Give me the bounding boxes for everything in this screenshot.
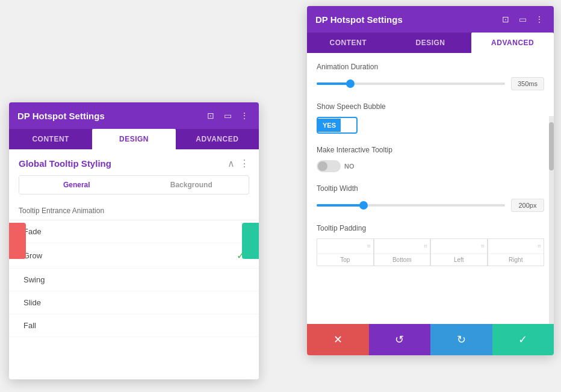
resize-icon-right[interactable]: ⊡	[500, 13, 512, 25]
item-label-swing: Swing	[23, 275, 45, 284]
padding-left-label: Left	[431, 254, 487, 266]
toggle-yes[interactable]: YES	[318, 119, 341, 132]
animation-duration-slider-row: 350ms	[317, 77, 544, 90]
item-label-grow: Grow	[23, 251, 42, 260]
section-title: Global Tooltip Styling	[19, 158, 111, 169]
padding-top-link-icon: ⌗	[367, 243, 371, 250]
undo-icon: ↺	[395, 333, 404, 346]
menu-icon-right[interactable]: ⋮	[533, 13, 545, 25]
list-item[interactable]: Fade	[9, 220, 259, 243]
dropdown-label: Tooltip Entrance Animation	[9, 203, 259, 220]
left-panel: DP Hotspot Settings ⊡ ▭ ⋮ Content Design…	[9, 102, 259, 379]
section-menu-icon[interactable]: ⋮	[240, 158, 249, 169]
speech-bubble-label: Show Speech Bubble	[317, 102, 544, 111]
animation-duration-label: Animation Duration	[317, 63, 544, 71]
save-icon: ✓	[518, 333, 527, 346]
animation-duration-value[interactable]: 350ms	[511, 77, 544, 90]
animation-duration-thumb[interactable]	[346, 79, 355, 88]
speech-bubble-toggle: YES	[317, 117, 544, 134]
tab-content-right[interactable]: Content	[307, 33, 389, 53]
padding-right-label: Right	[488, 254, 544, 266]
expand-icon-right[interactable]: ▭	[516, 13, 528, 25]
panel-content: Animation Duration 350ms Show Speech Bub…	[307, 53, 554, 290]
left-panel-header: DP Hotspot Settings ⊡ ▭ ⋮	[9, 102, 259, 129]
padding-bottom-input-row: ⌗	[374, 239, 430, 254]
tooltip-width-label: Tooltip Width	[317, 184, 544, 193]
padding-left-cell: ⌗ Left	[430, 238, 488, 266]
expand-icon[interactable]: ▭	[222, 110, 234, 122]
item-label-fade: Fade	[23, 227, 42, 236]
right-panel-header: DP Hotspot Settings ⊡ ▭ ⋮	[307, 6, 554, 33]
tooltip-width-value[interactable]: 200px	[511, 199, 544, 212]
left-panel-header-icons: ⊡ ▭ ⋮	[205, 110, 250, 122]
right-tabs-bar: Content Design Advanced	[307, 33, 554, 53]
list-item[interactable]: Slide	[9, 291, 259, 314]
tooltip-width-slider-row: 200px	[317, 199, 544, 212]
speech-bubble-toggle-control[interactable]: YES	[317, 117, 358, 134]
tab-design-left[interactable]: Design	[92, 129, 175, 149]
tab-advanced-left[interactable]: Advanced	[176, 129, 259, 149]
toggle-handle	[341, 118, 354, 132]
tooltip-width-track[interactable]	[317, 204, 505, 207]
cancel-button[interactable]: ✕	[307, 324, 369, 355]
section-icons: ∧ ⋮	[228, 158, 249, 169]
undo-button[interactable]: ↺	[369, 324, 431, 355]
sub-tab-background[interactable]: Background	[134, 176, 249, 194]
item-label-slide: Slide	[23, 298, 41, 307]
scrollbar-track[interactable]	[549, 116, 554, 339]
list-item[interactable]: Grow ✓	[9, 243, 259, 269]
resize-icon[interactable]: ⊡	[205, 110, 217, 122]
interactive-tooltip-label: Make Interactive Tooltip	[317, 146, 544, 154]
right-panel: DP Hotspot Settings ⊡ ▭ ⋮ Content Design…	[307, 6, 554, 355]
animation-duration-setting: Animation Duration 350ms	[317, 63, 544, 90]
right-panel-header-icons: ⊡ ▭ ⋮	[500, 13, 545, 25]
interactive-tooltip-setting: Make Interactive Tooltip NO	[317, 146, 544, 172]
sub-tab-general[interactable]: General	[19, 176, 134, 194]
tooltip-padding-label: Tooltip Padding	[317, 224, 544, 232]
sub-tabs: General Background	[19, 175, 249, 194]
padding-bottom-cell: ⌗ Bottom	[374, 238, 431, 266]
scrollbar-thumb[interactable]	[549, 122, 554, 170]
list-item[interactable]: Swing	[9, 269, 259, 291]
interactive-toggle-track[interactable]	[317, 160, 341, 172]
left-panel-title: DP Hotspot Settings	[17, 111, 105, 121]
tooltip-padding-setting: Tooltip Padding ⌗ Top ⌗	[317, 224, 544, 266]
animation-duration-track[interactable]	[317, 82, 505, 85]
padding-top-label: Top	[317, 254, 373, 266]
left-tabs-bar: Content Design Advanced	[9, 129, 259, 149]
cancel-icon: ✕	[333, 333, 342, 346]
right-accent	[242, 223, 259, 259]
redo-icon: ↻	[457, 333, 466, 346]
padding-bottom-link-icon: ⌗	[424, 243, 427, 250]
tab-design-right[interactable]: Design	[389, 33, 472, 53]
animation-duration-fill	[317, 82, 350, 85]
right-panel-title: DP Hotspot Settings	[315, 14, 403, 25]
dropdown-list: Fade Grow ✓ Swing Slide Fall	[9, 220, 259, 337]
toggle-no-label: NO	[344, 163, 355, 170]
list-item[interactable]: Fall	[9, 314, 259, 337]
tooltip-width-fill	[317, 204, 364, 207]
interactive-toggle-thumb	[318, 161, 327, 171]
interactive-tooltip-toggle: NO	[317, 160, 544, 172]
action-bar: ✕ ↺ ↻ ✓	[307, 324, 554, 355]
padding-left-input-row: ⌗	[431, 239, 487, 254]
padding-top-cell: ⌗ Top	[317, 238, 374, 266]
save-button[interactable]: ✓	[492, 324, 554, 355]
left-accent	[9, 223, 26, 259]
padding-right-cell: ⌗ Right	[488, 238, 545, 266]
padding-right-link-icon: ⌗	[538, 243, 541, 250]
padding-right-input-row: ⌗	[488, 239, 544, 254]
padding-top-input-row: ⌗	[317, 239, 373, 254]
item-label-fall: Fall	[23, 321, 36, 330]
section-header: Global Tooltip Styling ∧ ⋮	[9, 149, 259, 175]
collapse-icon[interactable]: ∧	[228, 158, 235, 169]
padding-bottom-label: Bottom	[374, 254, 430, 266]
tab-advanced-right[interactable]: Advanced	[471, 33, 554, 53]
tooltip-width-setting: Tooltip Width 200px	[317, 184, 544, 212]
padding-left-link-icon: ⌗	[481, 243, 485, 250]
speech-bubble-setting: Show Speech Bubble YES	[317, 102, 544, 134]
tab-content-left[interactable]: Content	[9, 129, 92, 149]
tooltip-width-thumb[interactable]	[359, 201, 368, 210]
menu-icon[interactable]: ⋮	[238, 110, 250, 122]
redo-button[interactable]: ↻	[430, 324, 492, 355]
